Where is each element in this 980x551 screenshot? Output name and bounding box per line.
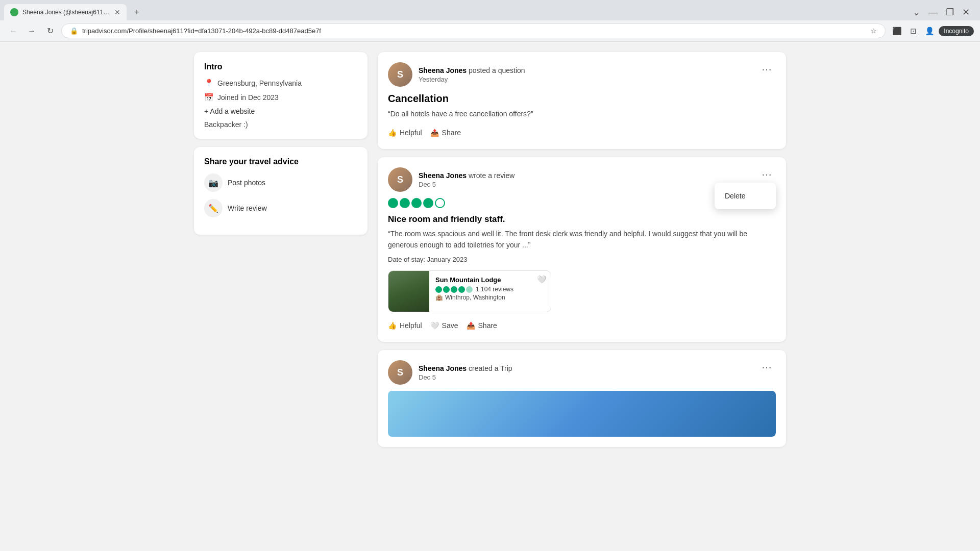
hotel-image-inner xyxy=(388,271,429,312)
post2-action: wrote a review xyxy=(469,171,514,180)
toolbar-icons: ⬛ ⊡ 👤 Incognito xyxy=(890,24,974,38)
post2-more-button[interactable]: ⋯ xyxy=(757,167,776,182)
post1-header: S Sheena Jones posted a question Yesterd… xyxy=(388,62,776,87)
browser-toolbar: ← → ↻ 🔒 tripadvisor.com/Profile/sheenaj6… xyxy=(0,20,980,41)
tab-close-button[interactable]: ✕ xyxy=(114,8,120,16)
post1-date: Yesterday xyxy=(419,76,525,83)
forward-button[interactable]: → xyxy=(24,24,39,38)
question-post: S Sheena Jones posted a question Yesterd… xyxy=(378,52,786,149)
add-website-button[interactable]: + Add a website xyxy=(204,107,357,115)
post2-share-button[interactable]: 📤 Share xyxy=(467,319,497,332)
intro-title: Intro xyxy=(204,62,357,71)
rating-dot-2 xyxy=(400,198,410,208)
new-tab-button[interactable]: + xyxy=(129,4,145,20)
share-icon: 📤 xyxy=(430,129,439,137)
hotel-card[interactable]: Sun Mountain Lodge 1,104 reviews 🏨 Winth… xyxy=(388,270,551,312)
trip-image-preview xyxy=(388,391,776,437)
post1-share-button[interactable]: 📤 Share xyxy=(430,127,461,139)
reload-button[interactable]: ↻ xyxy=(43,24,57,38)
location-pin-icon: 📍 xyxy=(204,79,213,88)
post3-username: Sheena Jones xyxy=(419,364,467,372)
post2-helpful-label: Helpful xyxy=(400,321,422,330)
incognito-badge: Incognito xyxy=(939,26,974,36)
post3-text-info: Sheena Jones created a Trip Dec 5 xyxy=(419,364,512,381)
hotel-rating-dot-3 xyxy=(451,286,457,293)
post-photos-label: Post photos xyxy=(228,179,265,187)
post2-thumbs-up-icon: 👍 xyxy=(388,321,397,330)
rating-dot-4 xyxy=(423,198,433,208)
delete-menu-item[interactable]: Delete xyxy=(715,187,776,205)
write-review-button[interactable]: ✏️ Write review xyxy=(204,199,357,217)
hotel-rating-dot-1 xyxy=(435,286,442,293)
hotel-location-text: Winthrop, Washington xyxy=(445,294,505,301)
cast-button[interactable]: ⬛ xyxy=(890,24,904,38)
joined-text: Joined in Dec 2023 xyxy=(217,93,279,102)
post2-save-label: Save xyxy=(442,321,458,330)
date-of-stay: Date of stay: January 2023 xyxy=(388,256,776,263)
post3-avatar-placeholder: S xyxy=(388,360,412,385)
intro-card: Intro 📍 Greensburg, Pennsylvania 📅 Joine… xyxy=(194,52,368,139)
post3-avatar: S xyxy=(388,360,412,385)
post1-title: Cancellation xyxy=(388,93,776,105)
hotel-location-icon: 🏨 xyxy=(435,294,443,301)
minimize-button[interactable]: — xyxy=(926,5,940,20)
tab-bar: Sheena Jones (@sheenaj611) - T... ✕ + ⌄ … xyxy=(0,0,980,20)
post1-text-info: Sheena Jones posted a question Yesterday xyxy=(419,66,525,83)
post1-more-button[interactable]: ⋯ xyxy=(757,62,776,77)
post1-user-info: S Sheena Jones posted a question Yesterd… xyxy=(388,62,525,87)
tab-dropdown-button[interactable]: ⌄ xyxy=(911,5,922,20)
active-tab[interactable]: Sheena Jones (@sheenaj611) - T... ✕ xyxy=(4,4,127,20)
back-button[interactable]: ← xyxy=(6,24,20,38)
sidebar: Intro 📍 Greensburg, Pennsylvania 📅 Joine… xyxy=(194,52,368,455)
post3-user-line: Sheena Jones created a Trip xyxy=(419,364,512,372)
rating-dot-3 xyxy=(411,198,422,208)
address-bar[interactable]: 🔒 tripadvisor.com/Profile/sheenaj611?fid… xyxy=(61,23,886,38)
close-window-button[interactable]: ✕ xyxy=(960,5,972,20)
hotel-heart-icon[interactable]: 🤍 xyxy=(537,275,547,284)
post1-action: posted a question xyxy=(469,66,525,74)
add-website-label: + Add a website xyxy=(204,107,255,115)
trip-post: S Sheena Jones created a Trip Dec 5 ⋯ xyxy=(378,350,786,447)
review-post: S Sheena Jones wrote a review Dec 5 ⋯ xyxy=(378,157,786,342)
post2-text-info: Sheena Jones wrote a review Dec 5 xyxy=(419,171,514,188)
rating-dot-1 xyxy=(388,198,398,208)
post2-helpful-button[interactable]: 👍 Helpful xyxy=(388,319,422,332)
page-layout: Intro 📍 Greensburg, Pennsylvania 📅 Joine… xyxy=(184,42,796,465)
post1-avatar-placeholder: S xyxy=(388,62,412,87)
post2-username: Sheena Jones xyxy=(419,171,467,180)
post2-save-button[interactable]: 🤍 Save xyxy=(430,319,458,332)
hotel-rating: 1,104 reviews xyxy=(435,286,545,293)
calendar-icon: 📅 xyxy=(204,93,213,102)
post1-quote: “Do all hotels have a free cancellation … xyxy=(388,109,776,119)
post2-user-line: Sheena Jones wrote a review xyxy=(419,171,514,180)
camera-icon: 📷 xyxy=(204,173,223,192)
lock-icon: 🔒 xyxy=(70,27,78,35)
hotel-reviews: 1,104 reviews xyxy=(476,286,513,293)
post3-more-button[interactable]: ⋯ xyxy=(757,360,776,374)
review-title: Nice room and friendly staff. xyxy=(388,214,776,224)
browser-chrome: Sheena Jones (@sheenaj611) - T... ✕ + ⌄ … xyxy=(0,0,980,42)
bio-text: Backpacker :) xyxy=(204,120,357,129)
joined-item: 📅 Joined in Dec 2023 xyxy=(204,93,357,102)
write-review-label: Write review xyxy=(228,204,267,212)
save-button[interactable]: ⊡ xyxy=(906,24,920,38)
window-controls: ⌄ — ❐ ✕ xyxy=(911,5,976,20)
post-photos-button[interactable]: 📷 Post photos xyxy=(204,173,357,192)
post2-avatar: S xyxy=(388,167,412,192)
post1-helpful-label: Helpful xyxy=(400,129,422,137)
post1-user-line: Sheena Jones posted a question xyxy=(419,66,525,74)
tab-title: Sheena Jones (@sheenaj611) - T... xyxy=(22,9,110,16)
post1-helpful-button[interactable]: 👍 Helpful xyxy=(388,127,422,139)
post3-date: Dec 5 xyxy=(419,373,512,381)
post2-heart-icon: 🤍 xyxy=(430,321,439,330)
main-feed: S Sheena Jones posted a question Yesterd… xyxy=(378,52,786,455)
post2-share-icon: 📤 xyxy=(467,321,475,330)
hotel-image xyxy=(388,271,429,312)
profile-button[interactable]: 👤 xyxy=(922,24,937,38)
post2-share-label: Share xyxy=(478,321,497,330)
maximize-button[interactable]: ❐ xyxy=(944,5,956,20)
bookmark-star-icon[interactable]: ☆ xyxy=(871,27,877,35)
post2-date: Dec 5 xyxy=(419,181,514,188)
post1-share-label: Share xyxy=(442,129,461,137)
hotel-rating-dot-2 xyxy=(443,286,450,293)
